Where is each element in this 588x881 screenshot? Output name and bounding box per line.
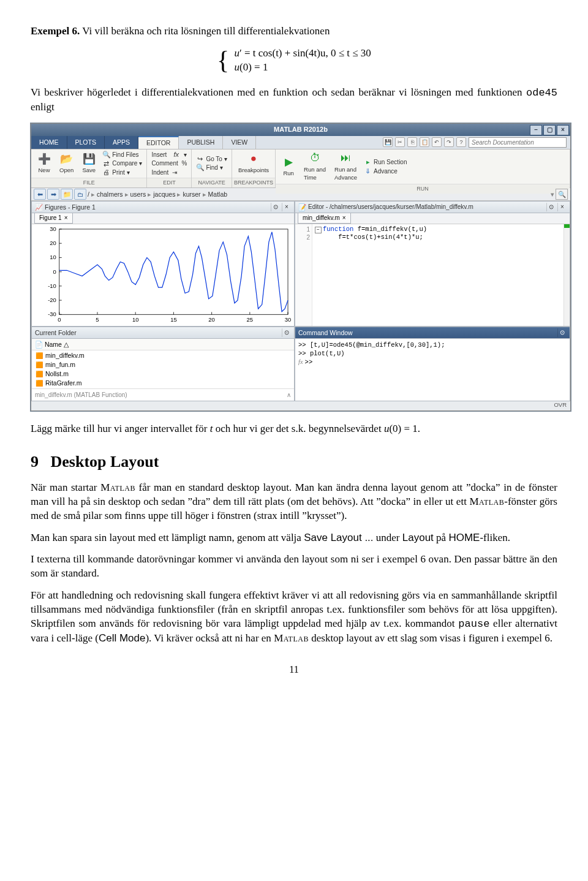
run-time-button[interactable]: ⏱Run and Time bbox=[301, 151, 329, 183]
qa-save-icon[interactable]: 💾 bbox=[383, 137, 393, 147]
tab-editor[interactable]: EDITOR bbox=[138, 136, 179, 149]
svg-text:20: 20 bbox=[208, 316, 215, 323]
print-button[interactable]: 🖨Print ▾ bbox=[101, 168, 143, 177]
cf-menu-button[interactable]: ⊙ bbox=[282, 328, 291, 337]
editor-header: 📝 Editor - /chalmers/users/jacques/kurse… bbox=[295, 201, 570, 213]
svg-text:30: 30 bbox=[50, 225, 56, 232]
new-button[interactable]: ➕New bbox=[34, 151, 54, 176]
run-section-button[interactable]: ▸Run Section bbox=[363, 158, 408, 167]
goto-button[interactable]: ↪Go To ▾ bbox=[195, 155, 228, 164]
tab-home[interactable]: HOME bbox=[31, 136, 67, 149]
find-files-icon: 🔍 bbox=[102, 151, 110, 159]
breakpoint-icon: ● bbox=[247, 153, 260, 166]
matlab-window: MATLAB R2012b – ▢ × HOME PLOTS APPS EDIT… bbox=[31, 123, 571, 411]
search-folder-button[interactable]: 🔍 bbox=[556, 189, 568, 200]
file-item[interactable]: 🟧RitaGrafer.m bbox=[32, 379, 294, 388]
para-3: I texterna till kommande datorövningar k… bbox=[31, 553, 557, 581]
fx-icon: fx bbox=[172, 151, 180, 159]
window-title-bar: MATLAB R2012b – ▢ × bbox=[31, 124, 570, 136]
up-button[interactable]: 📁 bbox=[61, 189, 73, 200]
breakpoints-button[interactable]: ●Breakpoints bbox=[235, 151, 272, 176]
find-button[interactable]: 🔍Find ▾ bbox=[195, 164, 228, 172]
close-file-icon[interactable]: × bbox=[342, 214, 346, 222]
file-item[interactable]: 🟧min_fun.m bbox=[32, 360, 294, 369]
svg-text:20: 20 bbox=[50, 240, 56, 246]
save-button[interactable]: 💾Save bbox=[79, 151, 99, 176]
forward-button[interactable]: ➡ bbox=[47, 189, 59, 200]
code-editor[interactable]: −function f=min_diffekv(t,u) − f=t*cos(t… bbox=[312, 224, 564, 327]
fold-icon[interactable]: − bbox=[315, 227, 322, 233]
qa-undo-icon[interactable]: ↶ bbox=[432, 137, 442, 147]
qa-redo-icon[interactable]: ↷ bbox=[444, 137, 454, 147]
close-editor-button[interactable]: × bbox=[557, 203, 567, 211]
back-button[interactable]: ⬅ bbox=[34, 189, 46, 200]
qa-cut-icon[interactable]: ✂ bbox=[395, 137, 405, 147]
tab-publish[interactable]: PUBLISH bbox=[179, 136, 223, 149]
close-tab-icon[interactable]: × bbox=[64, 214, 68, 222]
svg-text:10: 10 bbox=[132, 316, 139, 323]
intro-paragraph: Exempel 6. Vi vill beräkna och rita lösn… bbox=[31, 25, 557, 39]
note-paragraph: Lägg märke till hur vi anger intervallet… bbox=[31, 422, 557, 436]
comment-button[interactable]: Comment % bbox=[150, 159, 188, 168]
para-2: Man kan spara sin layout med ett lämplig… bbox=[31, 531, 557, 545]
m-file-icon: 🟧 bbox=[35, 379, 43, 387]
folder-open-icon: 📂 bbox=[60, 153, 74, 166]
para-4: För att handledning och redovisning skal… bbox=[31, 589, 557, 646]
tab-plots[interactable]: PLOTS bbox=[67, 136, 105, 149]
figure-tab[interactable]: Figure 1× bbox=[34, 213, 73, 224]
goto-icon: ↪ bbox=[196, 155, 204, 163]
dock-button[interactable]: ⊙ bbox=[271, 203, 280, 211]
fx-prompt-icon: fx bbox=[298, 358, 303, 366]
figure-icon: 📈 bbox=[35, 203, 43, 211]
svg-text:10: 10 bbox=[50, 254, 56, 260]
insert-button[interactable]: Insert fx ▾ bbox=[150, 151, 188, 159]
cf-column-header[interactable]: 📄 Name △ bbox=[32, 339, 294, 350]
file-item[interactable]: 🟧Nollst.m bbox=[32, 369, 294, 379]
svg-text:0: 0 bbox=[53, 268, 56, 274]
breadcrumb[interactable]: /▸chalmers▸users▸jacques▸kurser▸Matlab bbox=[88, 190, 227, 199]
qa-help-icon[interactable]: ? bbox=[456, 137, 466, 147]
editor-icon: 📝 bbox=[298, 203, 306, 211]
figure-canvas: 051015202530-30-20-100102030 bbox=[32, 224, 294, 327]
cmd-menu-button[interactable]: ⊙ bbox=[557, 328, 567, 337]
svg-text:25: 25 bbox=[247, 316, 254, 323]
tab-view[interactable]: VIEW bbox=[223, 136, 256, 149]
command-window[interactable]: >> [t,U]=ode45(@min_diffekv,[0,30],1); >… bbox=[295, 339, 570, 402]
current-folder-header: Current Folder ⊙ bbox=[31, 327, 295, 339]
svg-text:5: 5 bbox=[96, 316, 99, 323]
close-button[interactable]: × bbox=[557, 125, 569, 135]
qa-copy-icon[interactable]: ⎘ bbox=[407, 137, 417, 147]
message-bar bbox=[564, 224, 570, 327]
maximize-button[interactable]: ▢ bbox=[543, 125, 556, 135]
line-numbers: 12 bbox=[295, 224, 312, 327]
indent-button[interactable]: Indent ⇥ bbox=[150, 168, 188, 177]
search-documentation[interactable] bbox=[469, 137, 567, 148]
save-icon: 💾 bbox=[82, 153, 96, 166]
toolstrip: ➕New 📂Open 💾Save 🔍Find Files ⇄Compare ▾ … bbox=[31, 149, 570, 188]
browse-button[interactable]: 🗀 bbox=[74, 189, 86, 200]
advance-icon: ⇓ bbox=[364, 167, 372, 175]
svg-text:15: 15 bbox=[170, 316, 177, 323]
close-pane-button[interactable]: × bbox=[282, 203, 291, 211]
editor-file-tab[interactable]: min_diffekv.m× bbox=[298, 213, 351, 224]
page-number: 11 bbox=[31, 663, 557, 676]
qa-paste-icon[interactable]: 📋 bbox=[420, 137, 429, 147]
advance-button[interactable]: ⇓Advance bbox=[363, 167, 408, 176]
run-advance-button[interactable]: ⏭Run and Advance bbox=[331, 151, 360, 183]
m-file-icon: 🟧 bbox=[35, 352, 43, 359]
run-button[interactable]: ▶Run bbox=[279, 154, 298, 179]
open-button[interactable]: 📂Open bbox=[56, 151, 77, 176]
tab-apps[interactable]: APPS bbox=[105, 136, 138, 149]
run-icon: ▶ bbox=[282, 156, 295, 169]
minimize-button[interactable]: – bbox=[530, 125, 542, 135]
m-file-icon: 🟧 bbox=[35, 361, 43, 368]
file-item[interactable]: 🟧min_diffekv.m bbox=[32, 351, 294, 360]
ribbon-tabs: HOME PLOTS APPS EDITOR PUBLISH VIEW 💾 ✂ … bbox=[31, 136, 570, 149]
run-advance-icon: ⏭ bbox=[339, 152, 353, 165]
dock-editor-button[interactable]: ⊙ bbox=[546, 203, 556, 211]
section-heading: 9 Desktop Layout bbox=[31, 451, 557, 472]
svg-text:-30: -30 bbox=[48, 311, 56, 317]
quick-access: 💾 ✂ ⎘ 📋 ↶ ↷ ? bbox=[256, 136, 570, 149]
find-files-button[interactable]: 🔍Find Files bbox=[101, 151, 143, 159]
compare-button[interactable]: ⇄Compare ▾ bbox=[101, 159, 143, 168]
